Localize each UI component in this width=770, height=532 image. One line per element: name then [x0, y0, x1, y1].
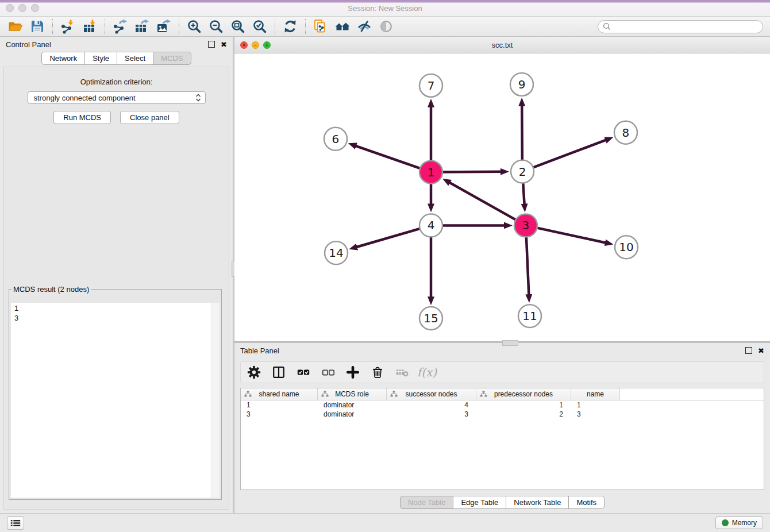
select-all-button[interactable] [296, 364, 311, 380]
horizontal-splitter[interactable] [234, 341, 770, 343]
node-1[interactable]: 1 [419, 161, 442, 184]
run-mcds-button[interactable]: Run MCDS [53, 111, 111, 124]
deselect-all-button[interactable] [321, 364, 336, 380]
cell-successor-nodes[interactable]: 3 [387, 410, 476, 418]
first-neighbors-button[interactable] [332, 18, 353, 35]
save-session-button[interactable] [26, 18, 48, 35]
network-window-title: scc.txt [234, 41, 770, 49]
tab-select[interactable]: Select [117, 52, 153, 65]
float-panel-icon[interactable] [208, 41, 215, 48]
minimize-network-icon[interactable]: − [252, 41, 259, 49]
tab-edge-table[interactable]: Edge Table [453, 496, 506, 509]
tab-motifs[interactable]: Motifs [568, 496, 605, 509]
zoom-fit-icon [230, 19, 245, 34]
zoom-window-icon[interactable] [31, 4, 39, 12]
node-3[interactable]: 3 [514, 214, 537, 237]
optimization-criterion-select[interactable]: strongly connected component [28, 91, 206, 104]
edge-3-1[interactable] [449, 182, 526, 225]
import-network-button[interactable] [57, 18, 79, 35]
node-8[interactable]: 8 [614, 121, 637, 144]
node-6[interactable]: 6 [324, 128, 347, 151]
table-row-1[interactable]: 3dominator323 [241, 410, 764, 419]
memory-button[interactable]: Memory [715, 516, 763, 529]
first-neighbors-icon [335, 19, 350, 34]
node-11[interactable]: 11 [518, 304, 541, 327]
export-network-button[interactable] [109, 18, 131, 35]
mcds-result-group: MCDS result (2 nodes) 1 3 [9, 285, 222, 500]
column-header-mcds-role[interactable]: MCDS role [318, 388, 387, 400]
import-table-button[interactable] [79, 18, 101, 35]
select-all-icon [297, 365, 310, 379]
column-type-icon [321, 391, 329, 399]
float-panel-icon[interactable] [745, 347, 752, 354]
toolbar-separator [105, 19, 105, 34]
split-panel-button[interactable] [271, 364, 286, 380]
tab-style[interactable]: Style [84, 52, 117, 65]
mcds-result-textarea[interactable]: 1 3 [11, 303, 220, 498]
cell-predecessor-nodes[interactable]: 2 [476, 410, 571, 418]
column-header-successor-nodes[interactable]: successor nodes [387, 388, 476, 400]
cell-mcds-role[interactable]: dominator [318, 401, 387, 409]
minimize-window-icon[interactable] [18, 4, 26, 12]
cell-predecessor-nodes[interactable]: 1 [476, 401, 571, 409]
list-icon [10, 519, 21, 527]
column-header-shared-name[interactable]: shared name [241, 388, 318, 400]
apply-layout-button[interactable] [279, 18, 301, 35]
search-box[interactable] [598, 20, 763, 33]
close-panel-icon[interactable]: ✖ [221, 41, 227, 48]
apply-layout-icon [283, 19, 298, 34]
mcds-result-text: 1 3 [11, 303, 220, 323]
open-session-button[interactable] [5, 18, 26, 35]
close-panel-icon[interactable]: ✖ [758, 347, 764, 354]
column-header-name[interactable]: name [571, 388, 620, 400]
task-history-button[interactable] [7, 516, 24, 530]
close-window-icon[interactable] [6, 4, 14, 12]
zoom-network-icon[interactable]: + [263, 41, 271, 49]
network-graph[interactable]: 7968124314101511 [234, 53, 770, 341]
edge-2-8[interactable] [522, 140, 606, 171]
export-image-button[interactable] [153, 18, 175, 35]
svg-text:10: 10 [619, 240, 633, 254]
splitter-handle[interactable] [502, 340, 518, 346]
table-row-0[interactable]: 1dominator411 [241, 400, 764, 410]
tab-mcds[interactable]: MCDS [153, 52, 191, 65]
node-7[interactable]: 7 [419, 74, 442, 97]
node-2[interactable]: 2 [511, 160, 534, 183]
tab-network-table[interactable]: Network Table [506, 496, 569, 509]
cell-shared-name[interactable]: 1 [241, 401, 318, 409]
cell-shared-name[interactable]: 3 [241, 410, 318, 418]
column-type-icon [390, 391, 398, 399]
result-scrollbar[interactable] [211, 303, 220, 498]
cell-successor-nodes[interactable]: 4 [387, 401, 476, 409]
table-settings-button[interactable] [247, 364, 261, 380]
zoom-in-button[interactable] [183, 18, 205, 35]
zoom-out-button[interactable] [205, 18, 227, 35]
zoom-selected-button[interactable] [249, 18, 271, 35]
node-15[interactable]: 15 [419, 307, 442, 330]
zoom-fit-button[interactable] [227, 18, 249, 35]
column-header-predecessor-nodes[interactable]: predecessor nodes [476, 388, 571, 400]
cell-name[interactable]: 3 [571, 410, 620, 418]
cell-name[interactable]: 1 [571, 401, 620, 409]
network-canvas[interactable]: 7968124314101511 [234, 53, 770, 341]
tab-network[interactable]: Network [41, 52, 85, 65]
search-input[interactable] [614, 22, 758, 31]
svg-text:1: 1 [428, 165, 435, 179]
delete-column-button[interactable] [370, 364, 385, 380]
export-table-button[interactable] [131, 18, 153, 35]
window-controls [6, 4, 39, 12]
add-column-button[interactable] [345, 364, 360, 380]
close-panel-button[interactable]: Close panel [120, 111, 179, 124]
node-10[interactable]: 10 [615, 236, 638, 259]
window-title: Session: New Session [0, 4, 770, 13]
hide-selected-button[interactable] [353, 18, 375, 35]
close-network-icon[interactable]: × [240, 41, 248, 49]
cell-mcds-role[interactable]: dominator [318, 410, 387, 418]
node-14[interactable]: 14 [325, 241, 348, 264]
memory-status-icon [722, 519, 729, 526]
tab-node-table[interactable]: Node Table [400, 496, 454, 509]
clone-network-button[interactable] [310, 18, 332, 35]
edge-3-10[interactable] [526, 225, 606, 242]
node-4[interactable]: 4 [419, 214, 442, 237]
node-9[interactable]: 9 [510, 73, 533, 96]
